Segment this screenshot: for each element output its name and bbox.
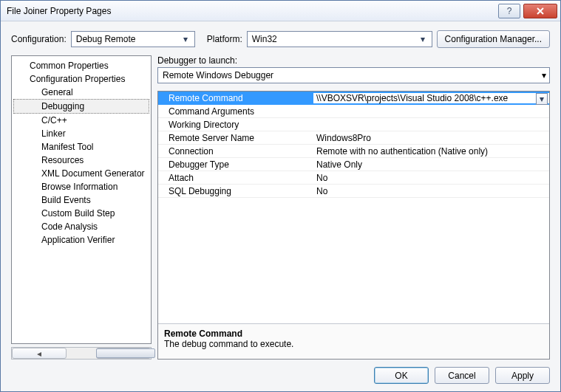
scroll-left-button[interactable]: ◂ xyxy=(12,348,67,359)
grid-key: Debugger Type xyxy=(158,159,313,170)
horizontal-scrollbar[interactable]: ◂ ▸ xyxy=(11,347,152,360)
tree-item-xml-doc-gen[interactable]: XML Document Generator xyxy=(13,167,149,180)
left-panel: Common Properties Configuration Properti… xyxy=(11,55,152,360)
button-row: OK Cancel Apply xyxy=(11,360,550,384)
grid-row-connection[interactable]: Connection Remote with no authentication… xyxy=(158,145,549,158)
debugger-launch-value: Remote Windows Debugger xyxy=(163,70,273,80)
close-button[interactable] xyxy=(523,4,557,18)
tree-item-resources[interactable]: Resources xyxy=(13,154,149,167)
chevron-down-icon: ▾ xyxy=(542,70,546,80)
tree-item-debugging[interactable]: Debugging xyxy=(13,99,149,114)
scroll-track[interactable] xyxy=(67,348,96,359)
grid-key: Working Directory xyxy=(158,120,313,130)
chevron-down-icon: ▾ xyxy=(540,94,544,104)
grid-row-command-arguments[interactable]: Command Arguments xyxy=(158,105,549,118)
grid-value[interactable]: No xyxy=(313,173,549,183)
apply-button[interactable]: Apply xyxy=(495,367,550,384)
window-title: File Joiner Property Pages xyxy=(7,6,495,16)
titlebar: File Joiner Property Pages ? xyxy=(1,1,560,21)
grid-key: Remote Command xyxy=(158,93,313,103)
property-grid-container: Remote Command \\VBOXSVR\projects\Visual… xyxy=(157,91,550,360)
configuration-label: Configuration: xyxy=(11,34,67,44)
grid-value[interactable]: No xyxy=(313,186,549,196)
tree-item-general[interactable]: General xyxy=(13,86,149,99)
chevron-down-icon: ▾ xyxy=(417,34,429,44)
grid-key: Remote Server Name xyxy=(158,133,313,143)
debugger-launch-label: Debugger to launch: xyxy=(157,55,550,66)
tree-item-code-analysis[interactable]: Code Analysis xyxy=(13,220,149,233)
tree-item-cpp[interactable]: C/C++ xyxy=(13,114,149,127)
grid-key: Command Arguments xyxy=(158,106,313,117)
ok-button[interactable]: OK xyxy=(374,367,429,384)
grid-row-attach[interactable]: Attach No xyxy=(158,171,549,185)
help-button[interactable]: ? xyxy=(498,4,520,18)
tree-item-custom-build[interactable]: Custom Build Step xyxy=(13,207,149,220)
tree-item-build-events[interactable]: Build Events xyxy=(13,193,149,207)
tree-item-linker[interactable]: Linker xyxy=(13,127,149,140)
tree-item-common-properties[interactable]: Common Properties xyxy=(13,59,149,72)
grid-value[interactable]: Windows8Pro xyxy=(313,133,549,143)
help-icon: ? xyxy=(507,6,512,16)
tree-item-manifest[interactable]: Manifest Tool xyxy=(13,140,149,154)
property-grid[interactable]: Remote Command \\VBOXSVR\projects\Visual… xyxy=(158,92,549,323)
grid-value[interactable]: Native Only xyxy=(313,159,549,170)
description-body: The debug command to execute. xyxy=(164,339,543,349)
tree-item-app-verifier[interactable]: Application Verifier xyxy=(13,233,149,247)
description-title: Remote Command xyxy=(164,329,543,339)
grid-row-remote-server[interactable]: Remote Server Name Windows8Pro xyxy=(158,131,549,145)
scroll-thumb[interactable] xyxy=(96,348,155,358)
grid-row-debugger-type[interactable]: Debugger Type Native Only xyxy=(158,158,549,171)
mid-row: Common Properties Configuration Properti… xyxy=(11,55,550,360)
grid-key: Attach xyxy=(158,173,313,183)
grid-key: Connection xyxy=(158,146,313,157)
platform-label: Platform: xyxy=(207,34,242,44)
grid-row-remote-command[interactable]: Remote Command \\VBOXSVR\projects\Visual… xyxy=(158,92,549,105)
debugger-launch-combo[interactable]: Remote Windows Debugger ▾ xyxy=(157,67,550,83)
platform-value: Win32 xyxy=(252,34,277,44)
grid-row-sql-debugging[interactable]: SQL Debugging No xyxy=(158,185,549,198)
content-area: Configuration: Debug Remote ▾ Platform: … xyxy=(1,21,560,391)
grid-value[interactable]: Remote with no authentication (Native on… xyxy=(313,146,549,157)
configuration-manager-button[interactable]: Configuration Manager... xyxy=(437,30,550,48)
description-panel: Remote Command The debug command to exec… xyxy=(158,323,549,359)
chevron-down-icon: ▾ xyxy=(180,34,191,44)
close-icon xyxy=(536,7,545,15)
cancel-button[interactable]: Cancel xyxy=(435,367,489,384)
grid-value[interactable]: \\VBOXSVR\projects\Visual Studio 2008\c+… xyxy=(313,93,549,103)
configuration-value: Debug Remote xyxy=(76,34,136,44)
right-panel: Debugger to launch: Remote Windows Debug… xyxy=(157,55,550,360)
grid-row-working-directory[interactable]: Working Directory xyxy=(158,118,549,131)
configuration-combo[interactable]: Debug Remote ▾ xyxy=(71,31,195,47)
tree-item-config-properties[interactable]: Configuration Properties xyxy=(13,72,149,86)
property-pages-window: File Joiner Property Pages ? Configurati… xyxy=(0,0,561,392)
tree-item-browse-info[interactable]: Browse Information xyxy=(13,180,149,193)
dropdown-button[interactable]: ▾ xyxy=(536,93,548,105)
category-tree[interactable]: Common Properties Configuration Properti… xyxy=(11,55,152,344)
grid-key: SQL Debugging xyxy=(158,186,313,196)
top-row: Configuration: Debug Remote ▾ Platform: … xyxy=(11,30,550,48)
platform-combo[interactable]: Win32 ▾ xyxy=(247,31,432,47)
